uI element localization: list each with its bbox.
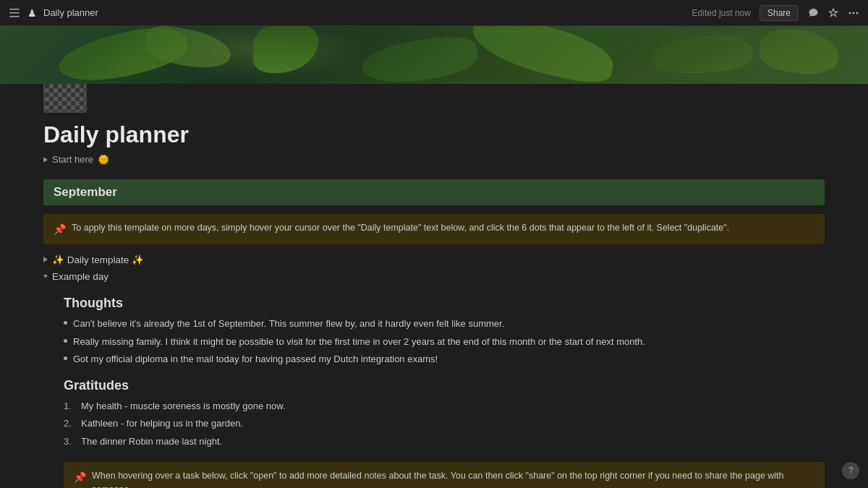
list-item: 3. The dinner Robin made last night. — [64, 435, 825, 449]
toggle-down-arrow-icon — [43, 275, 48, 278]
page-icon — [43, 84, 87, 113]
list-item: 1. My health - muscle soreness is mostly… — [64, 399, 825, 414]
thoughts-list: Can't believe it's already the 1st of Se… — [64, 317, 825, 367]
list-item: Really missing family. I think it might … — [64, 335, 825, 349]
gratitudes-heading: Gratitudes — [64, 378, 825, 393]
svg-rect-0 — [9, 9, 20, 10]
more-options-icon[interactable] — [848, 7, 859, 19]
list-item: Can't believe it's already the 1st of Se… — [64, 317, 825, 331]
callout-1-text: To apply this template on more days, sim… — [72, 221, 729, 235]
toggle-arrow-icon — [43, 157, 48, 163]
page-main-title: Daily planner — [43, 121, 825, 148]
share-button[interactable]: Share — [760, 5, 799, 21]
gratitudes-list: 1. My health - muscle soreness is mostly… — [64, 399, 825, 449]
help-button[interactable]: ? — [842, 462, 859, 479]
svg-point-4 — [853, 12, 855, 14]
toggle-right-arrow-icon — [43, 257, 48, 262]
callout-1-icon: 📌 — [54, 222, 66, 237]
topbar-page-title: Daily planner — [43, 7, 98, 18]
september-section-header: September — [43, 179, 825, 205]
callout-2-icon: 📌 — [74, 470, 86, 485]
list-number: 1. — [64, 399, 75, 414]
callout-2-text: When hovering over a task below, click "… — [92, 469, 814, 488]
list-item: Got my official diploma in the mail toda… — [64, 352, 825, 367]
daily-template-label: ✨ Daily template ✨ — [52, 254, 144, 265]
edited-label: Edited just now — [692, 8, 751, 18]
menu-icon[interactable] — [9, 7, 20, 19]
bullet-dot-icon — [64, 356, 67, 360]
start-here-toggle[interactable]: Start here 🌞 — [43, 154, 825, 165]
bullet-dot-icon — [64, 339, 67, 343]
bullet-dot-icon — [64, 321, 67, 325]
topbar-left: ♟ Daily planner — [9, 7, 98, 19]
list-item: 2. Kathleen - for helping us in the gard… — [64, 416, 825, 431]
main-content: Daily planner Start here 🌞 September 📌 T… — [0, 84, 868, 488]
example-day-label: Example day — [52, 271, 109, 282]
svg-rect-1 — [9, 12, 20, 14]
list-number: 3. — [64, 435, 75, 449]
svg-point-5 — [856, 12, 859, 14]
example-day-content: Thoughts Can't believe it's already the … — [64, 296, 825, 488]
gratitude-3-text: The dinner Robin made last night. — [81, 435, 222, 449]
thought-1-text: Can't believe it's already the 1st of Se… — [73, 317, 504, 331]
chat-icon[interactable] — [807, 7, 819, 19]
header-image — [0, 26, 868, 84]
page-favicon: ♟ — [26, 7, 38, 19]
svg-rect-2 — [9, 16, 20, 17]
svg-point-3 — [849, 12, 851, 14]
start-here-label: Start here — [52, 154, 93, 165]
thoughts-heading: Thoughts — [64, 296, 825, 311]
gratitude-1-text: My health - muscle soreness is mostly go… — [81, 399, 286, 414]
list-number: 2. — [64, 416, 75, 431]
daily-template-toggle[interactable]: ✨ Daily template ✨ — [43, 252, 825, 267]
thought-3-text: Got my official diploma in the mail toda… — [73, 352, 438, 367]
callout-duplicate-tip: 📌 To apply this template on more days, s… — [43, 214, 825, 244]
gratitude-2-text: Kathleen - for helping us in the garden. — [81, 416, 243, 431]
thought-2-text: Really missing family. I think it might … — [73, 335, 645, 349]
example-day-toggle[interactable]: Example day — [43, 269, 825, 284]
topbar: ♟ Daily planner Edited just now Share — [0, 0, 868, 26]
star-icon[interactable] — [827, 7, 839, 19]
start-here-emoji: 🌞 — [98, 154, 109, 165]
topbar-right: Edited just now Share — [692, 5, 859, 21]
callout-open-tip: 📌 When hovering over a task below, click… — [64, 462, 825, 488]
